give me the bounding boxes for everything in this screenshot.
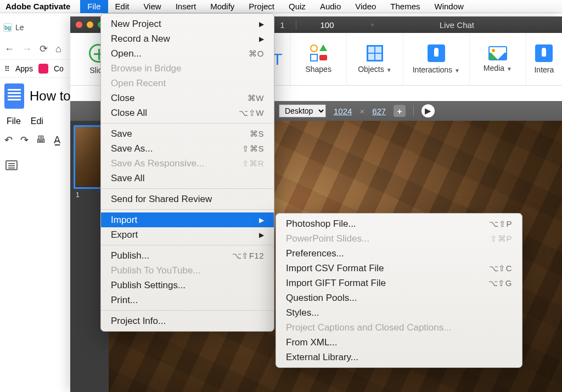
menu-window[interactable]: Window <box>428 0 471 13</box>
import-menu-item-external-library[interactable]: External Library... <box>276 350 522 365</box>
ribbon-interactions-2[interactable]: Intera <box>526 33 562 85</box>
redo-icon[interactable]: ↷ <box>20 134 29 146</box>
file-menu-item-publish-to-youtube: Publish To YouTube... <box>101 263 274 278</box>
menu-project[interactable]: Project <box>241 0 282 13</box>
file-menu-item-import[interactable]: Import▶ <box>101 212 274 227</box>
file-menu-item-send-for-shared-review[interactable]: Send for Shared Review <box>101 192 274 206</box>
doc-title[interactable]: How to <box>30 88 71 104</box>
media-icon <box>488 46 507 60</box>
file-menu-item-record-a-new[interactable]: Record a New▶ <box>101 31 274 46</box>
menu-item-label: Import GIFT Format File <box>286 278 386 289</box>
import-menu-item-import-gift-format-file[interactable]: Import GIFT Format File⌥⇧G <box>276 276 522 290</box>
menu-item-label: Project Captions and Closed Captions... <box>286 322 451 333</box>
live-chat-link[interactable]: Live Chat <box>440 20 474 30</box>
ribbon-objects[interactable]: Objects▼ <box>347 33 403 85</box>
bookmark-icon <box>38 64 48 74</box>
shortcut-label: ⌥⇧C <box>489 264 512 273</box>
menu-themes[interactable]: Themes <box>383 0 427 13</box>
menu-insert[interactable]: Insert <box>168 0 204 13</box>
back-icon[interactable]: ← <box>4 43 14 55</box>
menu-item-label: Preferences... <box>286 248 344 259</box>
format-icon[interactable]: A̲ <box>54 134 60 146</box>
menu-item-label: Close <box>111 93 134 104</box>
file-menu-item-close[interactable]: Close⌘W <box>101 91 274 105</box>
ribbon-shapes[interactable]: Shapes <box>290 33 347 85</box>
menu-modify[interactable]: Modify <box>203 0 241 13</box>
menu-item-label: External Library... <box>286 352 358 363</box>
canvas-width[interactable]: 1024 <box>334 107 352 116</box>
menu-item-label: Save All <box>111 173 144 184</box>
menu-video[interactable]: Video <box>348 0 383 13</box>
undo-icon[interactable]: ↶ <box>4 134 13 146</box>
menu-item-label: Project Info... <box>111 316 166 327</box>
menu-item-label: Export <box>111 229 138 240</box>
file-menu-item-publish[interactable]: Publish...⌥⇧F12 <box>101 248 274 263</box>
import-menu-item-photoshop-file[interactable]: Photoshop File...⌥⇧P <box>276 216 522 231</box>
menu-item-label: Open... <box>111 48 142 59</box>
file-menu-item-export[interactable]: Export▶ <box>101 227 274 242</box>
forward-icon[interactable]: → <box>22 43 32 55</box>
interactions-icon <box>428 44 445 62</box>
shortcut-label: ⇧⌘P <box>490 234 512 244</box>
menu-item-label: Browse in Bridge <box>111 63 182 74</box>
app-title: Adobe Captivate <box>0 2 80 11</box>
print-icon[interactable]: 🖶 <box>36 134 46 146</box>
zoom-caret-icon[interactable]: ▼ <box>370 22 375 28</box>
file-menu-item-print[interactable]: Print... <box>101 293 274 307</box>
shortcut-label: ⌥⇧W <box>239 108 264 118</box>
menu-view[interactable]: View <box>136 0 168 13</box>
doc-menu-edit[interactable]: Edi <box>31 116 43 126</box>
outline-icon[interactable] <box>5 160 18 170</box>
menu-item-label: Publish To YouTube... <box>111 265 201 276</box>
import-menu-item-styles[interactable]: Styles... <box>276 305 522 320</box>
home-icon[interactable]: ⌂ <box>55 43 61 55</box>
preview-play-button[interactable]: ▶ <box>422 104 435 117</box>
ribbon-interactions[interactable]: Interactions▼ <box>403 33 470 85</box>
bookmark-apps[interactable]: Apps <box>15 64 33 73</box>
shortcut-label: ⌥⇧F12 <box>232 251 264 261</box>
browser-tab[interactable]: bgLe <box>3 23 24 32</box>
add-breakpoint-button[interactable]: + <box>394 105 406 117</box>
reload-icon[interactable]: ⟳ <box>40 43 48 55</box>
device-select[interactable]: Desktop <box>279 104 326 117</box>
menu-audio[interactable]: Audio <box>313 0 348 13</box>
file-menu-item-save-as[interactable]: Save As...⇧⌘S <box>101 141 274 156</box>
import-menu-item-question-pools[interactable]: Question Pools... <box>276 290 522 305</box>
import-menu-item-powerpoint-slides: PowerPoint Slides...⇧⌘P <box>276 231 522 246</box>
canvas-height[interactable]: 627 <box>372 107 386 116</box>
menu-quiz[interactable]: Quiz <box>282 0 313 13</box>
ribbon-media[interactable]: Media▼ <box>470 33 526 85</box>
menu-edit[interactable]: Edit <box>108 0 137 13</box>
file-menu-item-close-all[interactable]: Close All⌥⇧W <box>101 105 274 120</box>
separator <box>413 105 414 116</box>
page-total: 1 <box>280 20 284 30</box>
menu-item-label: Send for Shared Review <box>111 194 212 205</box>
file-menu-item-publish-settings[interactable]: Publish Settings... <box>101 278 274 293</box>
menu-item-label: Close All <box>111 108 147 119</box>
menu-item-label: New Project <box>111 19 161 30</box>
minimize-window-icon[interactable] <box>87 21 93 28</box>
zoom-value[interactable]: 100 <box>321 20 334 30</box>
menu-item-label: Publish... <box>111 250 149 261</box>
bookmark-item[interactable]: Co <box>54 64 64 73</box>
ribbon-label: Intera <box>534 65 554 74</box>
menu-file[interactable]: File <box>80 0 108 13</box>
ribbon-label: Shapes <box>305 65 331 74</box>
menu-item-label: From XML... <box>286 337 338 348</box>
file-menu-item-open[interactable]: Open...⌘O <box>101 46 274 61</box>
doc-menu-file[interactable]: File <box>7 116 21 126</box>
menu-item-label: Record a New <box>111 33 170 44</box>
import-menu-item-from-xml[interactable]: From XML... <box>276 335 522 350</box>
times-icon: × <box>359 107 364 116</box>
file-menu-item-project-info[interactable]: Project Info... <box>101 313 274 328</box>
file-menu-dropdown: New Project▶Record a New▶Open...⌘OBrowse… <box>100 13 274 332</box>
file-menu-item-save[interactable]: Save⌘S <box>101 126 274 141</box>
import-menu-item-preferences[interactable]: Preferences... <box>276 246 522 261</box>
file-menu-item-save-all[interactable]: Save All <box>101 171 274 186</box>
file-menu-item-new-project[interactable]: New Project▶ <box>101 16 274 31</box>
shortcut-label: ⌘S <box>250 129 264 139</box>
ribbon-label: Interactions <box>413 65 452 74</box>
file-menu-item-open-recent: Open Recent <box>101 76 274 91</box>
close-window-icon[interactable] <box>76 21 82 28</box>
import-menu-item-import-csv-format-file[interactable]: Import CSV Format File⌥⇧C <box>276 261 522 276</box>
